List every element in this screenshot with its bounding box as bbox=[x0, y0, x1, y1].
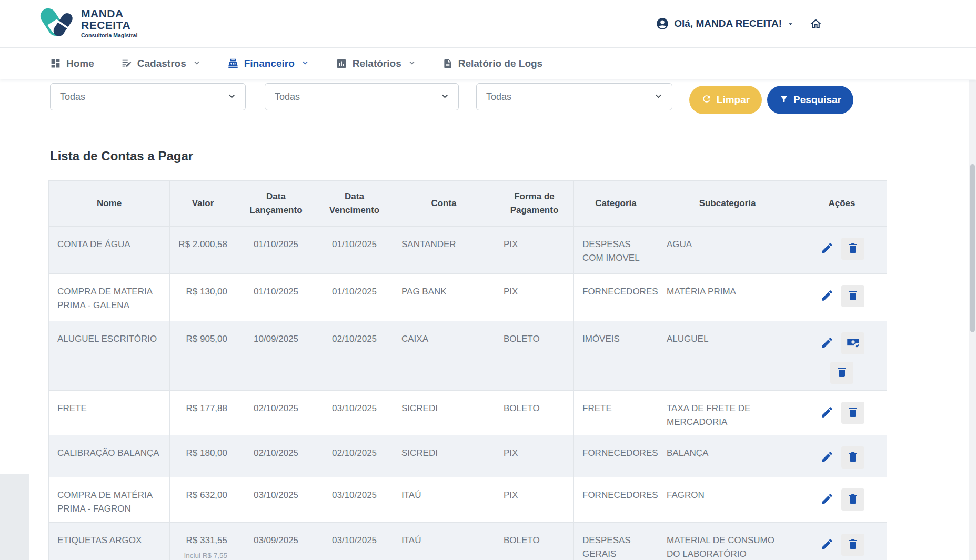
delete-button[interactable] bbox=[841, 402, 864, 424]
cell-conta: PAG BANK bbox=[393, 274, 495, 321]
valor-amount: R$ 180,00 bbox=[186, 448, 227, 458]
user-menu[interactable]: Olá, MANDA RECEITA! bbox=[656, 17, 794, 30]
cell-categoria: FORNECEDORES bbox=[574, 435, 658, 477]
dashboard-icon bbox=[50, 58, 61, 69]
cell-data_lancamento: 02/10/2025 bbox=[236, 391, 316, 435]
cell-nome: FRETE bbox=[49, 391, 170, 435]
table-row: ALUGUEL ESCRITÓRIOR$ 905,0010/09/202502/… bbox=[49, 321, 887, 391]
cell-acoes bbox=[797, 321, 887, 391]
refresh-icon bbox=[701, 94, 712, 107]
cell-conta: SICREDI bbox=[393, 435, 495, 477]
app-logo[interactable]: MANDA RECEITA Consultoria Magistral bbox=[38, 3, 137, 43]
cell-valor: R$ 180,00 bbox=[170, 435, 236, 477]
column-header-conta: Conta bbox=[393, 181, 495, 227]
trash-icon bbox=[847, 451, 859, 465]
nav-item-financeiro[interactable]: Financeiro bbox=[227, 58, 309, 69]
trash-icon bbox=[847, 493, 859, 507]
cell-nome: COMPRA DE MATÉRIA PRIMA - FAGRON bbox=[49, 477, 170, 523]
valor-amount: R$ 2.000,58 bbox=[178, 239, 227, 249]
pencil-icon bbox=[820, 405, 834, 421]
valor-note: Inclui R$ 7,55 de juros bbox=[178, 551, 227, 560]
cell-data_lancamento: 02/10/2025 bbox=[236, 435, 316, 477]
clear-button[interactable]: Limpar bbox=[689, 86, 762, 114]
caret-down-icon bbox=[787, 20, 794, 28]
column-header-acoes: Ações bbox=[797, 181, 887, 227]
document-edit-icon bbox=[120, 58, 132, 69]
pay-button[interactable] bbox=[841, 332, 864, 354]
row-actions bbox=[810, 285, 873, 307]
cell-acoes bbox=[797, 274, 887, 321]
column-header-forma-de-pagamento: Forma de Pagamento bbox=[495, 181, 574, 227]
cell-categoria: DESPESAS GERAIS bbox=[574, 523, 658, 560]
cell-conta: ITAÚ bbox=[393, 523, 495, 560]
cell-data_vencimento: 02/10/2025 bbox=[316, 435, 393, 477]
row-actions bbox=[810, 332, 873, 384]
trash-icon bbox=[836, 366, 848, 380]
cell-data_vencimento: 03/10/2025 bbox=[316, 523, 393, 560]
logo-pill-icon bbox=[38, 3, 76, 43]
cell-forma_pagamento: PIX bbox=[495, 477, 574, 523]
valor-amount: R$ 632,00 bbox=[186, 490, 227, 500]
trash-icon bbox=[847, 289, 859, 303]
user-area: Olá, MANDA RECEITA! bbox=[656, 0, 822, 47]
logo-line-1: MANDA bbox=[81, 8, 137, 19]
row-actions bbox=[810, 446, 873, 469]
nav-item-cadastros[interactable]: Cadastros bbox=[120, 58, 201, 69]
table-row: FRETER$ 177,8802/10/202503/10/2025SICRED… bbox=[49, 391, 887, 435]
cell-valor: R$ 177,88 bbox=[170, 391, 236, 435]
chevron-down-icon bbox=[192, 58, 201, 69]
cell-data_vencimento: 02/10/2025 bbox=[316, 321, 393, 391]
scrollbar-track[interactable] bbox=[969, 80, 976, 560]
table-row: COMPRA DE MATERIA PRIMA - GALENAR$ 130,0… bbox=[49, 274, 887, 321]
cell-forma_pagamento: BOLETO bbox=[495, 321, 574, 391]
delete-button[interactable] bbox=[841, 238, 864, 260]
filter-funnel-icon bbox=[779, 94, 789, 106]
edit-button[interactable] bbox=[819, 402, 835, 424]
cell-conta: SANTANDER bbox=[393, 227, 495, 274]
cell-nome: COMPRA DE MATERIA PRIMA - GALENA bbox=[49, 274, 170, 321]
cell-valor: R$ 2.000,58 bbox=[170, 227, 236, 274]
delete-button[interactable] bbox=[841, 446, 864, 469]
cell-valor: R$ 331,55Inclui R$ 7,55 de juros bbox=[170, 523, 236, 560]
pencil-icon bbox=[820, 336, 834, 351]
delete-button[interactable] bbox=[841, 534, 864, 556]
scrollbar-thumb[interactable] bbox=[970, 164, 975, 332]
pencil-icon bbox=[820, 450, 834, 465]
search-button-label: Pesquisar bbox=[793, 94, 841, 106]
edit-button[interactable] bbox=[819, 534, 835, 556]
valor-amount: R$ 905,00 bbox=[186, 334, 227, 344]
cell-forma_pagamento: PIX bbox=[495, 435, 574, 477]
bar-chart-icon bbox=[336, 58, 347, 69]
cell-valor: R$ 632,00 bbox=[170, 477, 236, 523]
filter-select-3[interactable]: Todas bbox=[476, 83, 672, 110]
filter-select-1[interactable]: Todas bbox=[50, 83, 246, 110]
table-row: CALIBRAÇÃO BALANÇAR$ 180,0002/10/202502/… bbox=[49, 435, 887, 477]
edit-button[interactable] bbox=[819, 285, 835, 307]
cell-acoes bbox=[797, 227, 887, 274]
edit-button[interactable] bbox=[819, 332, 835, 354]
delete-button[interactable] bbox=[830, 362, 853, 384]
search-button[interactable]: Pesquisar bbox=[767, 86, 853, 114]
delete-button[interactable] bbox=[841, 488, 864, 511]
home-icon[interactable] bbox=[809, 17, 822, 30]
column-header-subcategoria: Subcategoria bbox=[658, 181, 797, 227]
valor-amount: R$ 177,88 bbox=[186, 403, 227, 413]
nav-item-home[interactable]: Home bbox=[50, 58, 94, 69]
cell-categoria: IMÓVEIS bbox=[574, 321, 658, 391]
edit-button[interactable] bbox=[819, 238, 835, 260]
table-row: ETIQUETAS ARGOXR$ 331,55Inclui R$ 7,55 d… bbox=[49, 523, 887, 560]
cell-acoes bbox=[797, 477, 887, 523]
cell-conta: CAIXA bbox=[393, 321, 495, 391]
edit-button[interactable] bbox=[819, 446, 835, 469]
cell-valor: R$ 130,00 bbox=[170, 274, 236, 321]
cell-forma_pagamento: BOLETO bbox=[495, 391, 574, 435]
filter-select-2[interactable]: Todas bbox=[265, 83, 459, 110]
edit-button[interactable] bbox=[819, 488, 835, 511]
nav-item-relatorios[interactable]: Relatórios bbox=[336, 58, 416, 69]
cell-conta: ITAÚ bbox=[393, 477, 495, 523]
nav-item-relatorio-de-logs[interactable]: Relatório de Logs bbox=[442, 58, 542, 69]
delete-button[interactable] bbox=[841, 285, 864, 307]
cell-nome: CALIBRAÇÃO BALANÇA bbox=[49, 435, 170, 477]
user-greeting: Olá, MANDA RECEITA! bbox=[674, 18, 782, 29]
contas-a-pagar-table: NomeValorData LançamentoData VencimentoC… bbox=[48, 180, 887, 560]
